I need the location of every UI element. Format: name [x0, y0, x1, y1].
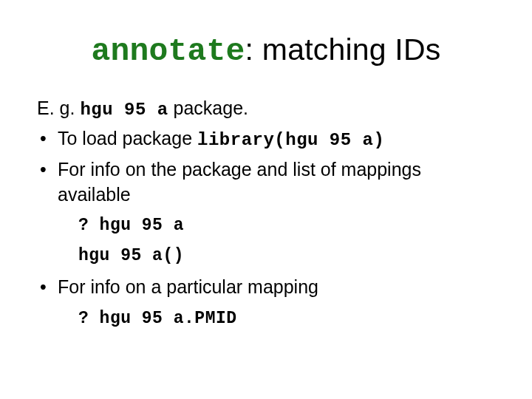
- bullet-list: To load package library(hgu 95 a) For in…: [37, 126, 495, 207]
- list-item: To load package library(hgu 95 a): [37, 126, 495, 152]
- sub-list: ? hgu 95 a.PMID: [37, 304, 495, 330]
- sub-code: ? hgu 95 a.PMID: [78, 309, 237, 328]
- sub-list: ? hgu 95 a hgu 95 a(): [37, 211, 495, 267]
- intro-suffix: package.: [168, 98, 248, 118]
- slide-body: E. g. hgu 95 a package. To load package …: [37, 96, 495, 330]
- intro-prefix: E. g.: [37, 98, 80, 118]
- sub-item: ? hgu 95 a.PMID: [78, 304, 495, 330]
- bullet-text: For info on a particular mapping: [58, 276, 318, 297]
- bullet-text: For info on the package and list of mapp…: [58, 159, 421, 205]
- title-code: annotate: [92, 33, 245, 69]
- intro-code: hgu 95 a: [80, 100, 168, 120]
- sub-code: hgu 95 a(): [78, 246, 184, 265]
- sub-item: ? hgu 95 a: [78, 211, 495, 237]
- title-rest: : matching IDs: [245, 33, 441, 66]
- bullet-text: To load package: [58, 128, 197, 149]
- list-item: For info on the package and list of mapp…: [37, 157, 495, 208]
- intro-line: E. g. hgu 95 a package.: [37, 96, 495, 122]
- list-item: For info on a particular mapping: [37, 275, 495, 300]
- slide-title: annotate: matching IDs: [37, 33, 495, 69]
- slide: annotate: matching IDs E. g. hgu 95 a pa…: [0, 0, 532, 399]
- sub-code: ? hgu 95 a: [78, 216, 184, 235]
- bullet-list: For info on a particular mapping: [37, 275, 495, 300]
- bullet-code: library(hgu 95 a): [197, 130, 384, 150]
- sub-item: hgu 95 a(): [78, 242, 495, 267]
